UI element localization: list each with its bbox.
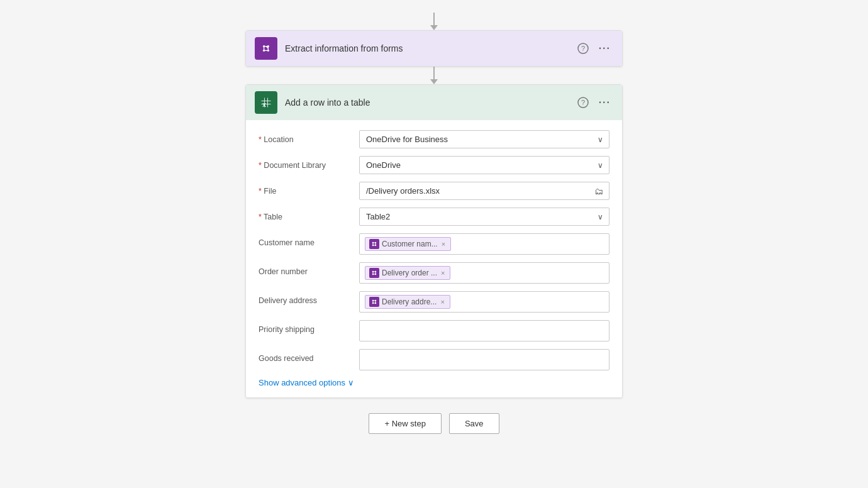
addrow-title-text: Add a row into a table (285, 97, 370, 108)
delivery-address-tag-input[interactable]: Delivery addre... × (359, 291, 609, 313)
show-advanced-options-button[interactable]: Show advanced options ∨ (259, 378, 354, 387)
advanced-options-label: Show advanced options (259, 378, 345, 387)
file-label: * File (259, 182, 359, 196)
arrow-line (433, 13, 435, 25)
location-select[interactable]: OneDrive for Business SharePoint (359, 130, 609, 148)
table-select[interactable]: Table2 Table1 (359, 208, 609, 226)
customer-name-tag-label: Customer nam... (382, 240, 438, 248)
bottom-actions: + New step Save (369, 413, 499, 434)
table-label: * Table (259, 208, 359, 221)
goods-received-field-row: Goods received (259, 349, 609, 370)
customer-name-tag: Customer nam... × (365, 237, 451, 251)
svg-text:?: ? (581, 99, 585, 106)
arrow-line-2 (433, 67, 435, 79)
document-library-field-row: * Document Library OneDrive SharePoint ∨ (259, 156, 609, 174)
file-input[interactable] (359, 182, 609, 200)
goods-received-input[interactable] (359, 349, 609, 370)
order-number-tag-close[interactable]: × (440, 269, 446, 277)
extract-step-actions: ? ··· (575, 40, 613, 57)
addrow-step-icon: X (255, 91, 277, 114)
order-number-tag-label: Delivery order ... (382, 269, 437, 277)
goods-received-control (359, 349, 609, 370)
excel-icon-svg: X (260, 96, 272, 109)
extract-step-card: Extract information from forms ? ··· (245, 30, 623, 67)
location-field-row: * Location OneDrive for Business SharePo… (259, 130, 609, 148)
order-number-field-row: Order number (259, 262, 609, 284)
advanced-options-chevron-icon: ∨ (348, 378, 354, 387)
file-field-row: * File 🗂 (259, 182, 609, 200)
flow-container: Extract information from forms ? ··· (239, 13, 629, 434)
order-number-tag: Delivery order ... × (365, 266, 450, 280)
location-select-wrapper: OneDrive for Business SharePoint ∨ (359, 130, 609, 148)
priority-shipping-input[interactable] (359, 320, 609, 341)
delivery-address-field-row: Delivery address (259, 291, 609, 313)
addrow-step-body: * Location OneDrive for Business SharePo… (246, 120, 622, 397)
priority-shipping-label: Priority shipping (259, 320, 359, 334)
addrow-step-header: X Add a row into a table ? ··· (246, 85, 622, 120)
document-library-select[interactable]: OneDrive SharePoint (359, 156, 609, 174)
delivery-address-control: Delivery addre... × (359, 291, 609, 313)
svg-text:X: X (262, 102, 266, 108)
middle-connector (430, 67, 438, 84)
customer-name-tag-input[interactable]: Customer nam... × (359, 233, 609, 255)
order-number-label: Order number (259, 262, 359, 276)
addrow-more-button[interactable]: ··· (596, 94, 613, 111)
addrow-help-button[interactable]: ? (575, 94, 591, 111)
extract-title-text: Extract information from forms (285, 43, 403, 53)
extract-step-icon (255, 37, 277, 60)
customer-name-field-row: Customer name (259, 233, 609, 255)
customer-name-control: Customer nam... × (359, 233, 609, 255)
file-input-wrapper: 🗂 (359, 182, 609, 200)
arrow-head (430, 25, 438, 30)
top-connector (430, 13, 438, 30)
order-number-tag-input[interactable]: Delivery order ... × (359, 262, 609, 284)
svg-text:?: ? (581, 45, 585, 52)
extract-more-button[interactable]: ··· (596, 40, 613, 57)
addrow-step-actions: ? ··· (575, 94, 613, 111)
order-number-tag-icon (369, 268, 379, 278)
table-field-row: * Table Table2 Table1 ∨ (259, 208, 609, 226)
delivery-address-tag-close[interactable]: × (439, 298, 445, 306)
delivery-address-label: Delivery address (259, 291, 359, 305)
arrow-head-2 (430, 79, 438, 84)
extract-step-title: Extract information from forms (285, 43, 575, 53)
file-browse-icon[interactable]: 🗂 (594, 186, 603, 196)
addrow-step-title: Add a row into a table (285, 97, 575, 108)
document-library-label: * Document Library (259, 156, 359, 170)
customer-name-tag-icon (369, 239, 379, 249)
save-button[interactable]: Save (449, 413, 499, 434)
delivery-address-tag: Delivery addre... × (365, 295, 450, 309)
table-select-wrapper: Table2 Table1 ∨ (359, 208, 609, 226)
priority-shipping-control (359, 320, 609, 341)
new-step-button[interactable]: + New step (369, 413, 441, 434)
extract-help-button[interactable]: ? (575, 40, 591, 57)
customer-name-label: Customer name (259, 233, 359, 247)
delivery-address-tag-label: Delivery addre... (382, 297, 437, 306)
order-number-control: Delivery order ... × (359, 262, 609, 284)
addrow-step-card: X Add a row into a table ? ··· (245, 84, 623, 398)
extract-step-header: Extract information from forms ? ··· (246, 31, 622, 66)
document-library-select-wrapper: OneDrive SharePoint ∨ (359, 156, 609, 174)
extract-icon-svg (260, 42, 272, 55)
priority-shipping-field-row: Priority shipping (259, 320, 609, 341)
location-label: * Location (259, 130, 359, 144)
delivery-address-tag-icon (369, 297, 379, 307)
goods-received-label: Goods received (259, 349, 359, 363)
customer-name-tag-close[interactable]: × (440, 240, 447, 248)
